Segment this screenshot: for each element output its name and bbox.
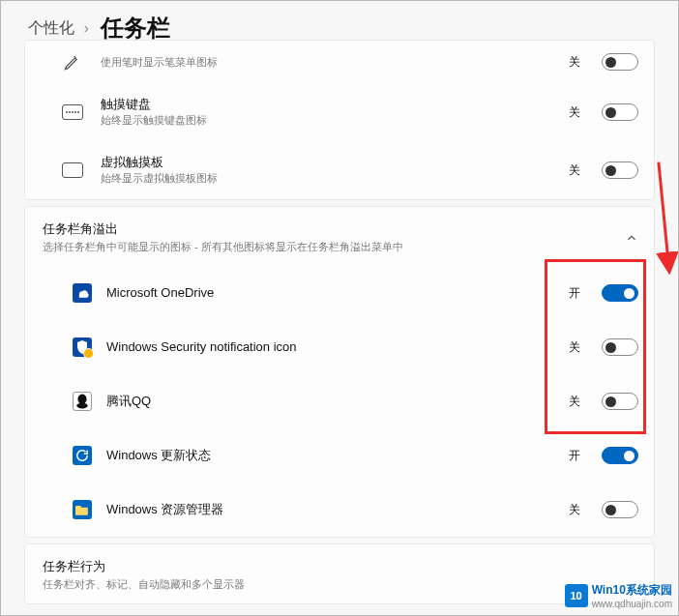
behaviors-sub: 任务栏对齐、标记、自动隐藏和多个显示器	[43, 577, 638, 592]
row-virtual-touchpad: 虚拟触摸板 始终显示虚拟触摸板图标 关	[25, 141, 654, 199]
row-pen-state: 关	[567, 54, 580, 71]
row-qq-title: 腾讯QQ	[106, 394, 553, 410]
touchpad-icon	[58, 156, 87, 185]
toggle-explorer[interactable]	[602, 501, 638, 518]
explorer-icon	[73, 500, 92, 519]
keyboard-icon	[58, 98, 87, 127]
overflow-title: 任务栏角溢出	[43, 220, 615, 238]
row-virtual-touchpad-sub: 始终显示虚拟触摸板图标	[101, 171, 553, 185]
qq-icon	[73, 392, 92, 411]
row-qq: 腾讯QQ 关	[25, 374, 654, 428]
security-icon	[73, 337, 92, 357]
toggle-touch-keyboard[interactable]	[602, 103, 638, 121]
row-explorer-state: 关	[567, 502, 580, 518]
watermark-url: www.qdhuajin.com	[592, 599, 672, 609]
row-onedrive-state: 开	[567, 285, 580, 302]
onedrive-icon	[73, 283, 92, 303]
row-explorer: Windows 资源管理器 关	[25, 483, 654, 537]
overflow-items: Microsoft OneDrive 开 Windows Security no…	[25, 266, 654, 537]
page-title: 任务栏	[101, 13, 170, 44]
watermark-logo-icon: 10	[565, 584, 588, 607]
behaviors-card[interactable]: 任务栏行为 任务栏对齐、标记、自动隐藏和多个显示器	[24, 543, 655, 604]
row-onedrive: Microsoft OneDrive 开	[25, 266, 654, 320]
toggle-security[interactable]	[602, 338, 638, 356]
row-pen-sub: 使用笔时显示笔菜单图标	[101, 55, 553, 69]
toggle-virtual-touchpad[interactable]	[602, 161, 638, 179]
row-update-title: Windows 更新状态	[106, 448, 553, 464]
row-touch-keyboard: 触摸键盘 始终显示触摸键盘图标 关	[25, 83, 654, 141]
row-security-title: Windows Security notification icon	[106, 339, 553, 356]
breadcrumb-parent[interactable]: 个性化	[28, 18, 74, 39]
watermark-brand: Win10系统家园	[592, 582, 672, 599]
row-qq-state: 关	[567, 394, 580, 410]
row-virtual-touchpad-state: 关	[567, 162, 580, 179]
overflow-card: 任务栏角溢出 选择任务栏角中可能显示的图标 - 所有其他图标将显示在任务栏角溢出…	[24, 206, 655, 538]
row-touch-keyboard-sub: 始终显示触摸键盘图标	[101, 113, 553, 127]
update-icon	[73, 446, 92, 465]
toggle-onedrive[interactable]	[602, 284, 638, 302]
toggle-pen[interactable]	[602, 53, 638, 71]
row-touch-keyboard-state: 关	[567, 104, 580, 121]
row-virtual-touchpad-title: 虚拟触摸板	[101, 155, 553, 171]
row-security: Windows Security notification icon 关	[25, 320, 654, 374]
row-onedrive-title: Microsoft OneDrive	[106, 285, 553, 302]
svg-point-1	[76, 403, 87, 409]
row-touch-keyboard-title: 触摸键盘	[101, 97, 553, 113]
overflow-header[interactable]: 任务栏角溢出 选择任务栏角中可能显示的图标 - 所有其他图标将显示在任务栏角溢出…	[25, 207, 654, 266]
pen-icon	[58, 47, 87, 76]
row-pen-menu: 使用笔时显示笔菜单图标 关	[25, 41, 654, 83]
watermark: 10 Win10系统家园 www.qdhuajin.com	[565, 582, 672, 609]
row-security-state: 关	[567, 339, 580, 356]
chevron-right-icon: ›	[84, 20, 89, 36]
row-explorer-title: Windows 资源管理器	[106, 502, 553, 518]
row-update-state: 开	[567, 448, 580, 464]
behaviors-title: 任务栏行为	[43, 558, 638, 575]
row-update: Windows 更新状态 开	[25, 428, 654, 483]
corner-icons-card: 使用笔时显示笔菜单图标 关 触摸键盘 始终显示触摸键盘图标 关 虚拟触摸板 始终…	[24, 40, 655, 200]
toggle-update[interactable]	[602, 447, 638, 464]
chevron-up-icon	[625, 231, 638, 245]
toggle-qq[interactable]	[602, 393, 638, 410]
overflow-sub: 选择任务栏角中可能显示的图标 - 所有其他图标将显示在任务栏角溢出菜单中	[43, 240, 615, 254]
svg-point-0	[77, 395, 86, 404]
